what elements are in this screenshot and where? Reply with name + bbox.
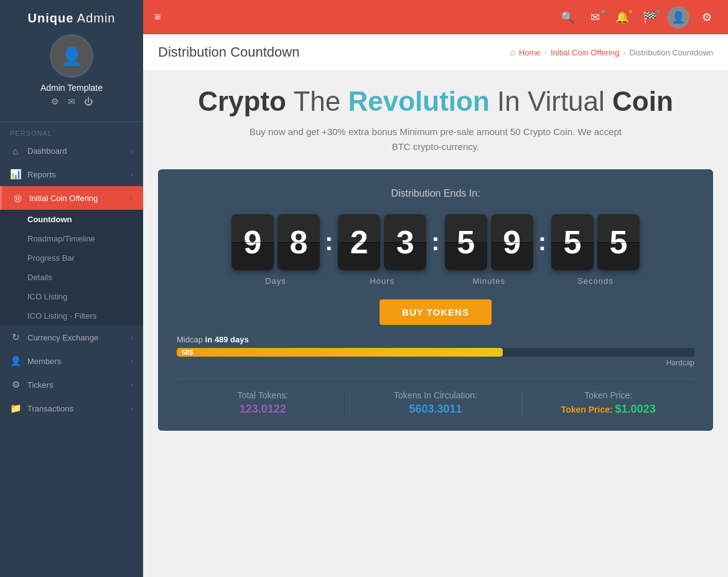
avatar: 👤 xyxy=(50,34,93,78)
breadcrumb-parent[interactable]: Initial Coin Offering xyxy=(551,48,619,57)
sidebar: Unique Admin 👤 Admin Template ⚙ ✉ ⏻ PERS… xyxy=(0,0,143,577)
countdown-hours-digits: 2 3 xyxy=(338,214,426,270)
sidebar-item-label: Reports xyxy=(27,170,56,179)
days-digit-2: 8 xyxy=(278,214,320,270)
sep-hours-minutes: : xyxy=(426,229,444,254)
tickers-icon: ⚙ xyxy=(10,379,21,390)
mail-badge xyxy=(600,9,606,14)
hardcap-label: Hardcap xyxy=(177,359,694,367)
sidebar-item-reports[interactable]: 📊 Reports › xyxy=(0,162,143,186)
hero-title-the: The xyxy=(286,86,348,116)
hero-title-crypto: Crypto xyxy=(198,86,286,116)
token-stat-total: Total Tokens: 123.0122 xyxy=(177,390,350,416)
sidebar-subitem-roadmap[interactable]: Roadmap/Timeline xyxy=(0,229,143,248)
sidebar-item-currency-exchange[interactable]: ↻ Currency Exchange › xyxy=(0,326,143,349)
sidebar-item-label: Tickers xyxy=(27,380,53,390)
progress-bar-track: 58$ xyxy=(177,348,694,357)
mail-icon[interactable]: ✉ xyxy=(68,96,75,106)
brand-unique: Unique xyxy=(28,11,74,25)
chevron-right-icon: › xyxy=(131,334,133,341)
search-button[interactable]: 🔍 xyxy=(558,11,577,24)
total-tokens-label: Total Tokens: xyxy=(183,390,343,400)
chevron-right-icon: › xyxy=(131,405,133,412)
sidebar-username: Admin Template xyxy=(10,83,133,93)
token-stat-price: Token Price: Token Price: $1.0023 xyxy=(522,390,694,416)
home-breadcrumb-icon: ⌂ xyxy=(510,47,515,57)
chevron-down-icon: ∨ xyxy=(128,194,133,202)
breadcrumb-sep1: › xyxy=(544,48,547,57)
midcap-text: Midcap in 489 days xyxy=(177,335,694,344)
sidebar-subitem-details[interactable]: Details xyxy=(0,268,143,287)
sidebar-item-label: Initial Coin Offering xyxy=(29,194,98,203)
hero-title-revolution: Revolution xyxy=(348,86,489,116)
chevron-right-icon: › xyxy=(131,381,133,388)
content-area: Distribution Countdown ⌂ Home › Initial … xyxy=(143,34,728,577)
sidebar-subitem-progress-bar[interactable]: Progress Bar xyxy=(0,248,143,268)
midcap-days: in 489 days xyxy=(205,335,249,344)
content-body: Crypto The Revolution In Virtual Coin Bu… xyxy=(143,71,728,446)
notifications-button[interactable]: 🔔 xyxy=(612,11,632,24)
flag-button[interactable]: 🏁 xyxy=(640,11,660,24)
chart-icon: 📊 xyxy=(10,169,21,180)
sep-days-hours: : xyxy=(320,229,338,254)
sidebar-item-label: Transactions xyxy=(27,404,73,413)
settings-icon[interactable]: ⚙ xyxy=(51,96,59,106)
days-digit-1: 9 xyxy=(231,214,274,270)
hero-title-coin: Coin xyxy=(612,86,673,116)
sidebar-user-actions: ⚙ ✉ ⏻ xyxy=(10,96,133,106)
brand-admin: Admin xyxy=(73,11,115,25)
chevron-right-icon: › xyxy=(131,148,133,155)
main-area: ≡ 🔍 ✉ 🔔 🏁 👤 ⚙ Distribution Countdown ⌂ H… xyxy=(143,0,728,577)
countdown-seconds-digits: 5 5 xyxy=(551,214,640,270)
sidebar-item-ico[interactable]: ◎ Initial Coin Offering ∨ xyxy=(0,186,143,210)
sidebar-item-members[interactable]: 👤 Members › xyxy=(0,349,143,373)
chevron-right-icon: › xyxy=(131,171,133,178)
token-stat-circulation: Tokens In Circulation: 5603.3011 xyxy=(350,390,523,416)
price-label-text: Token Price: xyxy=(561,405,615,415)
breadcrumb-home[interactable]: Home xyxy=(519,48,541,57)
countdown-minutes-digits: 5 9 xyxy=(445,214,533,270)
buy-tokens-button[interactable]: BUY TOKENS xyxy=(380,299,492,325)
mail-button[interactable]: ✉ xyxy=(585,11,605,24)
countdown-section-title: Distribution Ends In: xyxy=(177,188,694,199)
sidebar-subitem-countdown[interactable]: Countdown xyxy=(0,210,143,229)
flag-badge xyxy=(655,9,661,14)
price-label: Token Price: xyxy=(528,390,688,400)
days-label: Days xyxy=(265,276,286,286)
settings-gear-button[interactable]: ⚙ xyxy=(697,11,717,24)
seconds-digit-1: 5 xyxy=(551,214,594,270)
sidebar-item-dashboard[interactable]: ⌂ Dashboard › xyxy=(0,139,143,162)
countdown-days-group: 9 8 Days xyxy=(231,214,320,286)
seconds-label: Seconds xyxy=(577,276,614,286)
breadcrumb: ⌂ Home › Initial Coin Offering › Distrib… xyxy=(510,47,713,57)
members-icon: 👤 xyxy=(10,355,21,367)
circulation-value: 5603.3011 xyxy=(356,403,516,416)
sidebar-item-label: Currency Exchange xyxy=(27,333,98,342)
hero-title-in-virtual: In Virtual xyxy=(490,86,612,116)
breadcrumb-current: Distribution Countdown xyxy=(630,48,713,57)
hero-section: Crypto The Revolution In Virtual Coin Bu… xyxy=(158,86,713,154)
midcap-label: Midcap xyxy=(177,335,203,344)
hero-subtitle: Buy now and get +30% extra bonus Minimum… xyxy=(249,124,622,154)
circulation-label: Tokens In Circulation: xyxy=(356,390,516,400)
hero-title: Crypto The Revolution In Virtual Coin xyxy=(158,86,713,117)
sidebar-subitem-ico-listing[interactable]: ICO Listing xyxy=(0,287,143,306)
progress-bar-fill: 58$ xyxy=(177,348,503,357)
user-avatar-button[interactable]: 👤 xyxy=(667,6,689,29)
hamburger-menu-button[interactable]: ≡ xyxy=(154,11,161,24)
token-stats: Total Tokens: 123.0122 Tokens In Circula… xyxy=(177,378,694,416)
sidebar-item-tickers[interactable]: ⚙ Tickers › xyxy=(0,373,143,396)
buy-button-row: BUY TOKENS xyxy=(177,299,694,325)
minutes-label: Minutes xyxy=(472,276,505,286)
chevron-right-icon: › xyxy=(131,357,133,365)
sidebar-brand: Unique Admin 👤 Admin Template ⚙ ✉ ⏻ xyxy=(0,0,143,122)
countdown-card: Distribution Ends In: 9 8 Days : xyxy=(158,169,713,431)
sep-minutes-seconds: : xyxy=(533,229,551,254)
home-icon: ⌂ xyxy=(10,146,21,156)
minutes-digit-2: 9 xyxy=(491,214,533,270)
transactions-icon: 📁 xyxy=(10,403,21,414)
sidebar-subitem-ico-listing-filters[interactable]: ICO Listing - Filters xyxy=(0,306,143,326)
topbar: ≡ 🔍 ✉ 🔔 🏁 👤 ⚙ xyxy=(143,0,728,34)
power-icon[interactable]: ⏻ xyxy=(84,96,93,106)
sidebar-item-transactions[interactable]: 📁 Transactions › xyxy=(0,396,143,420)
